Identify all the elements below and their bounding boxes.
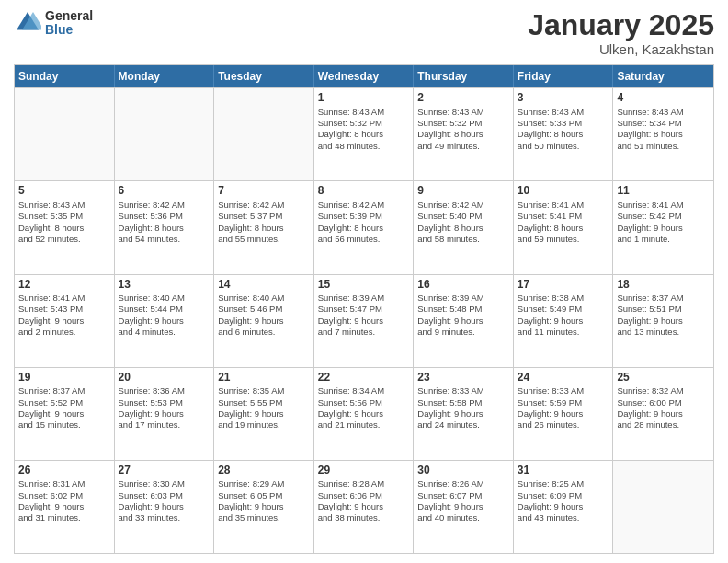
day-info: and 43 minutes.: [518, 512, 609, 523]
day-number: 12: [18, 278, 110, 293]
day-info: Sunset: 5:41 PM: [518, 211, 609, 222]
day-number: 2: [417, 91, 509, 106]
day-info: Sunset: 6:05 PM: [218, 490, 310, 501]
header: General Blue January 2025 Ulken, Kazakhs…: [14, 9, 714, 57]
page: General Blue January 2025 Ulken, Kazakhs…: [0, 0, 728, 563]
day-info: Sunrise: 8:26 AM: [417, 478, 509, 489]
day-info: Daylight: 9 hours: [518, 408, 609, 419]
day-info: Daylight: 8 hours: [417, 129, 509, 140]
cal-cell: 18Sunrise: 8:37 AMSunset: 5:51 PMDayligh…: [613, 275, 713, 367]
day-info: Daylight: 8 hours: [218, 223, 310, 234]
day-info: Sunset: 5:58 PM: [417, 397, 509, 408]
title-block: January 2025 Ulken, Kazakhstan: [528, 9, 714, 57]
logo-blue: Blue: [45, 23, 93, 37]
day-info: and 13 minutes.: [617, 327, 710, 338]
cal-cell: 31Sunrise: 8:25 AMSunset: 6:09 PMDayligh…: [514, 461, 614, 553]
day-number: 25: [617, 371, 710, 385]
day-info: Daylight: 9 hours: [218, 501, 310, 512]
day-info: Sunrise: 8:41 AM: [18, 293, 110, 304]
cal-cell: [115, 88, 215, 180]
day-info: Daylight: 9 hours: [18, 501, 110, 512]
day-info: and 59 minutes.: [518, 234, 609, 245]
cal-row-2: 12Sunrise: 8:41 AMSunset: 5:43 PMDayligh…: [15, 274, 713, 367]
day-info: Daylight: 9 hours: [119, 408, 210, 419]
day-number: 3: [518, 91, 609, 106]
day-info: Sunrise: 8:40 AM: [119, 293, 210, 304]
cal-cell: 27Sunrise: 8:30 AMSunset: 6:03 PMDayligh…: [115, 461, 215, 553]
logo-icon: [14, 9, 41, 37]
day-info: and 28 minutes.: [617, 419, 710, 431]
day-info: Sunrise: 8:41 AM: [518, 200, 609, 211]
day-number: 28: [218, 464, 310, 478]
cal-cell: 29Sunrise: 8:28 AMSunset: 6:06 PMDayligh…: [314, 461, 415, 553]
cal-cell: 7Sunrise: 8:42 AMSunset: 5:37 PMDaylight…: [214, 181, 314, 273]
day-info: Sunset: 5:40 PM: [417, 211, 509, 222]
day-info: and 49 minutes.: [417, 141, 509, 152]
cal-cell: 1Sunrise: 8:43 AMSunset: 5:32 PMDaylight…: [314, 88, 415, 180]
day-info: and 6 minutes.: [218, 327, 310, 338]
day-info: Sunset: 5:53 PM: [119, 397, 210, 408]
cal-cell: 3Sunrise: 8:43 AMSunset: 5:33 PMDaylight…: [514, 88, 614, 180]
day-info: and 17 minutes.: [119, 419, 210, 431]
day-info: Daylight: 9 hours: [617, 316, 710, 327]
day-number: 13: [119, 278, 210, 293]
day-number: 10: [518, 184, 609, 199]
day-info: Daylight: 9 hours: [617, 408, 710, 419]
cal-cell: 19Sunrise: 8:37 AMSunset: 5:52 PMDayligh…: [15, 368, 115, 460]
day-info: and 56 minutes.: [318, 234, 410, 245]
day-info: Sunset: 5:32 PM: [417, 118, 509, 129]
day-info: Sunrise: 8:43 AM: [417, 107, 509, 118]
day-info: and 40 minutes.: [417, 512, 509, 523]
day-info: Sunset: 5:47 PM: [318, 304, 410, 315]
day-info: Sunrise: 8:43 AM: [18, 200, 110, 211]
day-number: 14: [218, 278, 310, 293]
day-number: 4: [617, 91, 710, 106]
day-info: and 19 minutes.: [218, 419, 310, 431]
day-info: and 48 minutes.: [318, 141, 410, 152]
cal-cell: 11Sunrise: 8:41 AMSunset: 5:42 PMDayligh…: [613, 181, 713, 273]
calendar-header-row: SundayMondayTuesdayWednesdayThursdayFrid…: [15, 65, 713, 87]
cal-cell: 17Sunrise: 8:38 AMSunset: 5:49 PMDayligh…: [514, 275, 614, 367]
calendar: SundayMondayTuesdayWednesdayThursdayFrid…: [14, 64, 714, 554]
day-info: Daylight: 8 hours: [417, 223, 509, 234]
day-info: and 52 minutes.: [18, 234, 110, 245]
day-number: 20: [119, 371, 210, 385]
title-month: January 2025: [528, 9, 714, 41]
day-info: Daylight: 9 hours: [18, 316, 110, 327]
day-info: Sunrise: 8:33 AM: [417, 385, 509, 396]
logo-general: General: [45, 9, 93, 23]
day-info: Sunrise: 8:34 AM: [318, 385, 410, 396]
day-info: Sunset: 6:06 PM: [318, 490, 410, 501]
cal-cell: 2Sunrise: 8:43 AMSunset: 5:32 PMDaylight…: [414, 88, 514, 180]
day-number: 21: [218, 371, 310, 385]
day-info: Sunrise: 8:42 AM: [218, 200, 310, 211]
day-info: and 33 minutes.: [119, 512, 210, 523]
day-number: 17: [518, 278, 609, 293]
day-info: Sunrise: 8:41 AM: [617, 200, 710, 211]
day-info: and 9 minutes.: [417, 327, 509, 338]
day-info: Sunset: 5:44 PM: [119, 304, 210, 315]
day-info: Sunset: 5:35 PM: [18, 211, 110, 222]
day-info: Sunrise: 8:42 AM: [318, 200, 410, 211]
day-info: and 21 minutes.: [318, 419, 410, 431]
day-info: and 1 minute.: [617, 234, 710, 245]
cal-cell: 6Sunrise: 8:42 AMSunset: 5:36 PMDaylight…: [115, 181, 215, 273]
day-number: 16: [417, 278, 509, 293]
day-info: Sunset: 5:59 PM: [518, 397, 609, 408]
cal-header-monday: Monday: [115, 65, 215, 87]
day-info: Sunset: 6:07 PM: [417, 490, 509, 501]
day-info: Sunrise: 8:38 AM: [518, 293, 609, 304]
day-info: Daylight: 9 hours: [518, 316, 609, 327]
day-number: 19: [18, 371, 110, 385]
day-info: Daylight: 9 hours: [518, 501, 609, 512]
day-info: and 35 minutes.: [218, 512, 310, 523]
cal-cell: [613, 461, 713, 553]
day-info: Sunset: 6:02 PM: [18, 490, 110, 501]
day-info: Sunrise: 8:37 AM: [617, 293, 710, 304]
logo-text: General Blue: [45, 9, 93, 38]
day-info: and 50 minutes.: [518, 141, 609, 152]
day-info: Daylight: 9 hours: [417, 408, 509, 419]
cal-cell: 13Sunrise: 8:40 AMSunset: 5:44 PMDayligh…: [115, 275, 215, 367]
day-info: Sunset: 5:48 PM: [417, 304, 509, 315]
day-info: Daylight: 8 hours: [119, 223, 210, 234]
